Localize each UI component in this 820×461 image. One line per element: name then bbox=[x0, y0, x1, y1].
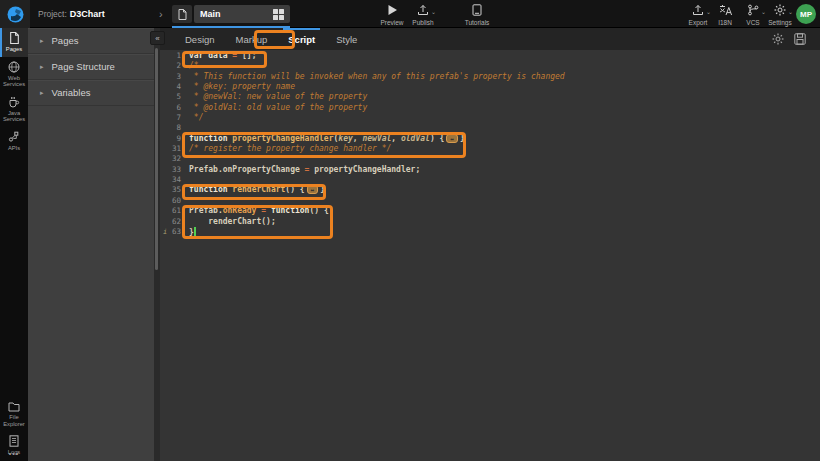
code-text: var data = []; bbox=[186, 51, 256, 61]
code-text: */ bbox=[186, 113, 203, 123]
breadcrumb-chevron-icon: › bbox=[159, 0, 163, 28]
vcs-branch-icon bbox=[747, 4, 759, 16]
line-number: 2 bbox=[160, 61, 186, 71]
code-line[interactable]: 60 bbox=[160, 196, 820, 206]
code-line[interactable]: 1var data = []; bbox=[160, 51, 820, 61]
wavemaker-logo-icon bbox=[7, 6, 24, 23]
grid-layout-icon[interactable] bbox=[273, 9, 284, 20]
rail-item-pages[interactable]: Pages bbox=[0, 28, 28, 57]
publish-caret-icon: ⌄ bbox=[431, 8, 436, 15]
user-avatar[interactable]: MP bbox=[796, 4, 816, 24]
fold-indicator-icon[interactable]: ‹ bbox=[182, 134, 186, 144]
open-page-tab-main[interactable]: Main bbox=[194, 5, 290, 23]
pages-sidebar-panel: ▸ Pages ▸ Page Structure ▸ Variables bbox=[28, 28, 154, 461]
code-line[interactable]: 32 bbox=[160, 154, 820, 164]
line-number: 61‹ bbox=[160, 206, 186, 216]
code-line[interactable]: 4 * @key: property name bbox=[160, 82, 820, 92]
code-line[interactable]: 34 bbox=[160, 175, 820, 185]
code-line[interactable]: 9‹function propertyChangeHandler(key, ne… bbox=[160, 134, 820, 144]
code-line[interactable]: 62 renderChart(); bbox=[160, 217, 820, 227]
code-token: Prefab. bbox=[189, 206, 223, 215]
top-bar: Project: D3Chart › Main Preview bbox=[0, 0, 820, 28]
code-token: function bbox=[189, 134, 232, 143]
tab-design[interactable]: Design bbox=[183, 30, 217, 49]
code-text bbox=[186, 196, 189, 206]
code-text: Prefab.onPropertyChange = propertyChange… bbox=[186, 165, 420, 175]
tab-markup[interactable]: Markup bbox=[234, 30, 270, 49]
code-line[interactable]: 33Prefab.onPropertyChange = propertyChan… bbox=[160, 165, 820, 175]
line-number: i63 bbox=[160, 227, 186, 237]
code-text: * @oldVal: old value of the property bbox=[186, 103, 367, 113]
export-button[interactable]: ⌄ Export bbox=[682, 3, 714, 26]
code-line[interactable]: 7 */ bbox=[160, 113, 820, 123]
code-line[interactable]: 2/* bbox=[160, 61, 820, 71]
project-label: Project: bbox=[38, 9, 67, 19]
code-token: () { bbox=[309, 206, 328, 215]
rail-item-apis[interactable]: APIs bbox=[0, 127, 28, 156]
sidebar-scrollbar-thumb[interactable] bbox=[155, 48, 158, 270]
rail-more-button[interactable]: ••• bbox=[0, 450, 28, 457]
line-number: 32 bbox=[160, 154, 186, 164]
code-token: function bbox=[189, 185, 232, 194]
code-text: } bbox=[186, 227, 196, 237]
code-text bbox=[186, 123, 189, 133]
sidebar-section-page-structure[interactable]: ▸ Page Structure bbox=[28, 54, 154, 80]
file-explorer-folder-icon bbox=[8, 401, 20, 412]
publish-button[interactable]: ⌄ Publish bbox=[406, 3, 440, 26]
line-number: 5 bbox=[160, 92, 186, 102]
code-line[interactable]: i63} bbox=[160, 227, 820, 237]
tab-style[interactable]: Style bbox=[334, 30, 359, 49]
script-settings-gear-icon[interactable] bbox=[772, 33, 784, 45]
wavemaker-logo[interactable] bbox=[0, 0, 30, 28]
tab-script[interactable]: Script bbox=[286, 30, 317, 49]
code-token: */ bbox=[189, 113, 203, 122]
code-token: var data bbox=[189, 51, 232, 60]
publish-upload-icon bbox=[417, 4, 429, 16]
code-text: Prefab.onReady = function() { bbox=[186, 206, 329, 216]
i18n-button[interactable]: I18N bbox=[712, 3, 738, 26]
folded-code-widget[interactable]: ↔ bbox=[446, 134, 458, 143]
code-token: = bbox=[232, 51, 242, 60]
save-icon[interactable] bbox=[794, 33, 806, 45]
code-token: } bbox=[460, 134, 465, 143]
preview-button[interactable]: Preview bbox=[376, 3, 408, 26]
vcs-button[interactable]: ⌄ VCS bbox=[740, 3, 766, 26]
pages-icon bbox=[9, 32, 20, 44]
settings-button[interactable]: ⌄ Settings bbox=[764, 3, 796, 26]
sidebar-section-variables[interactable]: ▸ Variables bbox=[28, 80, 154, 106]
code-line[interactable]: 31/* register the property change handle… bbox=[160, 144, 820, 154]
sidebar-collapse-button[interactable]: « bbox=[150, 31, 165, 45]
code-line[interactable]: 6 * @oldVal: old value of the property bbox=[160, 103, 820, 113]
fold-indicator-icon[interactable]: ‹ bbox=[182, 206, 186, 216]
code-line[interactable]: 5 * @newVal: new value of the property bbox=[160, 92, 820, 102]
code-token: * @newVal: new value of the property bbox=[189, 92, 367, 101]
code-text: /* bbox=[186, 61, 199, 71]
line-number: 62 bbox=[160, 217, 186, 227]
code-line[interactable]: 8 bbox=[160, 123, 820, 133]
code-token: onReady bbox=[223, 206, 257, 215]
folded-code-widget[interactable]: ↔ bbox=[307, 185, 319, 194]
line-number: 4 bbox=[160, 82, 186, 92]
code-line[interactable]: 35function renderChart() {↔} bbox=[160, 185, 820, 195]
script-code-editor[interactable]: 1var data = [];2/*3 * This function will… bbox=[160, 50, 820, 461]
rail-spacer bbox=[0, 155, 28, 397]
rail-item-web-services[interactable]: Web Services bbox=[0, 57, 28, 92]
code-token: } bbox=[320, 185, 325, 194]
sidebar-section-pages[interactable]: ▸ Pages bbox=[28, 28, 154, 54]
export-caret-icon: ⌄ bbox=[706, 8, 711, 15]
rail-item-file-explorer[interactable]: File Explorer bbox=[0, 397, 28, 431]
project-name: D3Chart bbox=[70, 9, 105, 19]
settings-gear-icon bbox=[774, 4, 786, 16]
expand-arrow-icon: ▸ bbox=[40, 89, 44, 97]
rail-item-java-services[interactable]: Java Services bbox=[0, 92, 28, 127]
code-token: /* register the property change handler … bbox=[189, 144, 391, 153]
code-token: * @key: property name bbox=[189, 82, 295, 91]
page-icon-button[interactable] bbox=[172, 5, 192, 23]
sidebar-splitter[interactable] bbox=[154, 28, 160, 461]
expand-arrow-icon: ▸ bbox=[40, 37, 44, 45]
code-token: oldVal bbox=[401, 134, 430, 143]
code-line[interactable]: 61‹Prefab.onReady = function() { bbox=[160, 206, 820, 216]
tutorials-button[interactable]: Tutorials bbox=[458, 3, 496, 26]
code-line[interactable]: 3 * This function will be invoked when a… bbox=[160, 72, 820, 82]
settings-caret-icon: ⌄ bbox=[788, 8, 793, 15]
